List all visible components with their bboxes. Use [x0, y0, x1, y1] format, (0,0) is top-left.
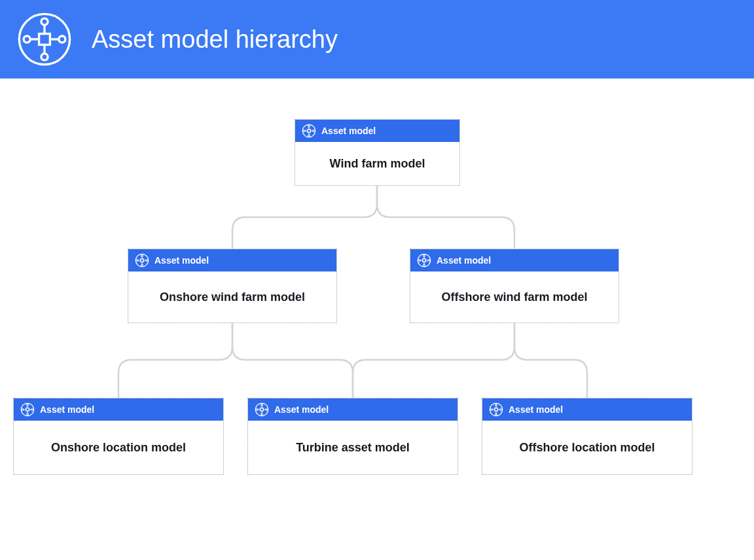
- node-header: Asset model: [248, 398, 458, 421]
- page-title: Asset model hierarchy: [92, 26, 338, 54]
- asset-model-icon: [255, 402, 269, 417]
- svg-point-64: [491, 409, 493, 411]
- svg-rect-11: [308, 130, 310, 132]
- asset-model-icon: [135, 253, 149, 268]
- svg-point-4: [24, 36, 30, 43]
- svg-rect-51: [260, 408, 263, 411]
- svg-point-14: [304, 130, 306, 132]
- node-turbine-asset: Asset model Turbine asset model: [247, 398, 458, 475]
- node-title: Offshore wind farm model: [410, 271, 619, 323]
- svg-point-65: [500, 409, 502, 411]
- svg-point-40: [21, 403, 33, 415]
- svg-point-23: [141, 264, 143, 266]
- svg-point-24: [137, 260, 139, 262]
- svg-rect-21: [141, 259, 143, 262]
- hierarchy-icon: [17, 12, 72, 67]
- svg-point-13: [308, 135, 310, 137]
- svg-rect-1: [39, 34, 50, 45]
- node-type-label: Asset model: [321, 126, 376, 136]
- node-type-label: Asset model: [154, 255, 209, 266]
- svg-point-42: [27, 404, 29, 406]
- asset-model-icon: [489, 402, 503, 417]
- svg-point-62: [495, 404, 497, 406]
- svg-point-63: [495, 413, 497, 415]
- node-header: Asset model: [128, 249, 336, 271]
- svg-point-22: [141, 255, 143, 257]
- svg-point-43: [27, 413, 29, 415]
- svg-point-10: [302, 124, 315, 137]
- node-header: Asset model: [14, 398, 223, 421]
- diagram-canvas: Asset model Wind farm model Asset model …: [0, 79, 754, 560]
- node-title: Offshore location model: [482, 421, 692, 474]
- node-wind-farm: Asset model Wind farm model: [295, 119, 460, 186]
- asset-model-icon: [302, 124, 316, 138]
- node-offshore-location: Asset model Offshore location model: [482, 398, 692, 475]
- svg-point-44: [22, 409, 24, 411]
- svg-point-35: [428, 260, 430, 262]
- node-header: Asset model: [410, 249, 619, 271]
- svg-point-12: [308, 126, 310, 128]
- svg-rect-41: [26, 408, 29, 411]
- node-title: Wind farm model: [295, 142, 459, 185]
- svg-point-45: [31, 409, 33, 411]
- svg-point-2: [41, 18, 48, 25]
- svg-point-5: [59, 36, 65, 43]
- node-header: Asset model: [295, 120, 459, 142]
- svg-point-52: [261, 404, 263, 406]
- svg-point-33: [423, 264, 425, 266]
- node-type-label: Asset model: [274, 404, 329, 415]
- svg-point-32: [423, 255, 425, 257]
- node-onshore-wind-farm: Asset model Onshore wind farm model: [128, 249, 337, 323]
- node-title: Onshore wind farm model: [128, 271, 336, 323]
- node-title: Onshore location model: [14, 421, 223, 474]
- svg-point-25: [146, 260, 148, 262]
- svg-point-60: [490, 403, 502, 415]
- svg-point-50: [255, 403, 268, 415]
- node-onshore-location: Asset model Onshore location model: [13, 398, 224, 475]
- svg-point-15: [313, 130, 315, 132]
- svg-point-55: [266, 409, 268, 411]
- node-offshore-wind-farm: Asset model Offshore wind farm model: [410, 249, 619, 323]
- svg-point-20: [135, 254, 148, 266]
- asset-model-icon: [20, 402, 35, 417]
- svg-point-53: [261, 413, 263, 415]
- page-header: Asset model hierarchy: [0, 0, 754, 79]
- svg-point-54: [257, 409, 259, 411]
- asset-model-icon: [417, 253, 431, 268]
- svg-point-34: [419, 260, 421, 262]
- node-type-label: Asset model: [40, 404, 94, 415]
- node-header: Asset model: [482, 398, 692, 421]
- svg-rect-31: [423, 259, 425, 262]
- node-type-label: Asset model: [437, 255, 491, 266]
- svg-point-30: [418, 254, 430, 266]
- svg-rect-61: [495, 408, 497, 411]
- node-title: Turbine asset model: [248, 421, 458, 474]
- svg-point-0: [19, 14, 69, 64]
- svg-point-3: [41, 54, 48, 60]
- node-type-label: Asset model: [509, 404, 563, 415]
